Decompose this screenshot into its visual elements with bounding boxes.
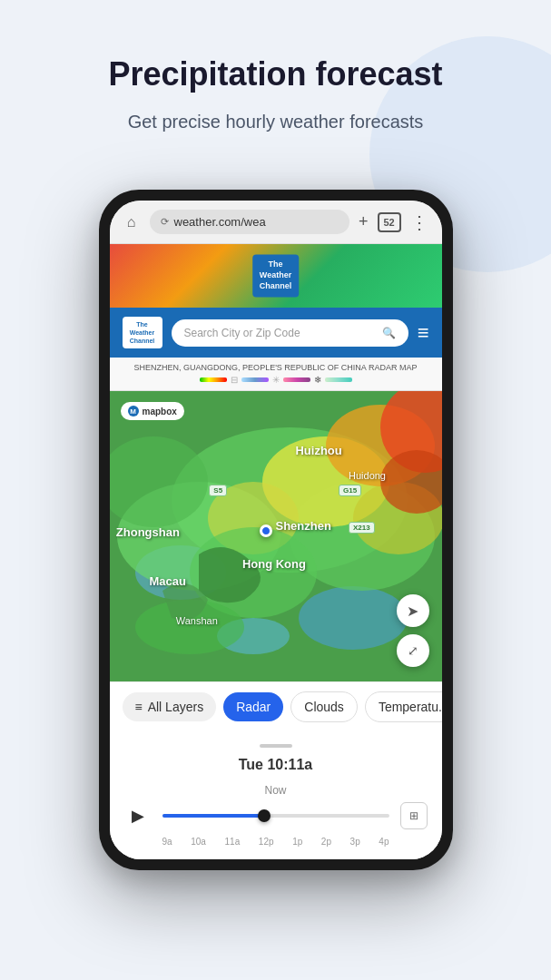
legend-mixed-bar [283,377,310,382]
search-placeholder: Search City or Zip Code [184,327,300,339]
timeline-hour-labels: 9a 10a 11a 12p 1p 2p 3p 4p [124,837,428,847]
temperature-label: Temperatu... [379,700,442,714]
browser-bar: ⌂ ⟳ weather.com/wea + 52 ⋮ [110,201,442,244]
timeline-controls: ▶ ⊞ [124,802,428,829]
home-icon: ⌂ [127,214,136,230]
mapbox-dot: M [128,406,139,416]
mapbox-text: mapbox [143,407,177,416]
hero-subtitle: Get precise hourly weather forecasts [36,108,515,135]
legend-frost-bar [325,377,352,382]
timeline-track[interactable] [162,814,389,818]
timeline-handle [124,744,428,748]
radar-label: Radar [236,700,271,714]
play-button[interactable]: ▶ [124,802,152,829]
timeline-expand-button[interactable]: ⊞ [400,802,428,829]
hero-section: Precipitation forecast Get precise hourl… [0,0,551,162]
hour-label-3p: 3p [350,837,360,847]
radar-header: SHENZHEN, GUANGDONG, PEOPLE'S REPUBLIC O… [110,358,442,391]
search-icon: 🔍 [382,327,396,339]
radar-legend: ⊟ ✳ ❄ [119,375,433,385]
weather-search-bar[interactable]: Search City or Zip Code 🔍 [172,319,408,347]
road-marker-s5: S5 [209,485,227,496]
new-tab-button[interactable]: + [359,212,369,231]
timeline-progress [162,814,265,818]
timeline-time: Tue 10:11a [124,757,428,773]
temperature-button[interactable]: Temperatu... [365,691,442,722]
timeline-section: Tue 10:11a Now ▶ ⊞ 9a 10a 11a 12p 1p [110,731,442,859]
weather-nav: TheWeatherChannel Search City or Zip Cod… [110,308,442,358]
road-marker-x213: X213 [349,522,375,534]
compass-button[interactable]: ➤ [397,594,429,627]
phone-wrapper: ⌂ ⟳ weather.com/wea + 52 ⋮ TheWeatherCha… [0,190,551,870]
browser-url-bar[interactable]: ⟳ weather.com/wea [150,210,349,234]
handle-bar [260,744,292,748]
legend-snow [241,377,269,382]
map-area[interactable]: M mapbox Huizhou Huidong Zhongshan Shenz… [110,391,442,681]
legend-separator2: ✳ [272,375,280,385]
hour-label-2p: 2p [321,837,331,847]
weather-banner: TheWeatherChannel [110,244,442,308]
location-dot [260,524,272,537]
tab-count-button[interactable]: 52 [378,212,401,232]
browser-home-button[interactable]: ⌂ [123,213,141,231]
legend-separator: ⊟ [231,375,238,385]
all-layers-label: All Layers [148,700,203,714]
legend-rain-bar [200,377,227,382]
svg-point-2 [299,586,408,650]
hero-title: Precipitation forecast [36,54,515,93]
phone-inner: ⌂ ⟳ weather.com/wea + 52 ⋮ TheWeatherCha… [110,201,442,859]
browser-actions: + 52 ⋮ [359,211,429,233]
hour-label-11a: 11a [225,837,241,847]
expand-map-button[interactable]: ⤢ [397,634,429,667]
weather-channel-logo: TheWeatherChannel [252,255,300,298]
hour-label-12p: 12p [259,837,274,847]
radar-location-text: SHENZHEN, GUANGDONG, PEOPLE'S REPUBLIC O… [119,363,433,372]
layers-icon: ≡ [135,700,143,714]
legend-frost [325,377,352,382]
legend-snow-bar [241,377,269,382]
timeline-thumb[interactable] [258,809,271,822]
mapbox-logo: M mapbox [121,402,184,420]
legend-frost-icon: ❄ [314,375,321,385]
timeline-now-label: Now [124,784,428,797]
hour-label-1p: 1p [292,837,302,847]
url-security-icon: ⟳ [161,216,169,228]
hamburger-menu-button[interactable]: ≡ [418,323,429,343]
phone-frame: ⌂ ⟳ weather.com/wea + 52 ⋮ TheWeatherCha… [99,190,453,870]
hour-label-4p: 4p [379,837,389,847]
url-text: weather.com/wea [174,215,266,229]
all-layers-button[interactable]: ≡ All Layers [123,692,217,721]
legend-rain [200,377,227,382]
layer-bar: ≡ All Layers Radar Clouds Temperatu... [110,681,442,731]
legend-mixed [283,377,310,382]
radar-map-svg [110,391,442,681]
hour-label-10a: 10a [191,837,206,847]
clouds-label: Clouds [304,700,344,714]
clouds-button[interactable]: Clouds [290,691,358,722]
radar-button[interactable]: Radar [223,692,283,721]
road-marker-g15: G15 [339,485,361,496]
hour-label-9a: 9a [162,837,172,847]
browser-menu-button[interactable]: ⋮ [410,211,429,233]
weather-logo-small: TheWeatherChannel [123,317,162,348]
